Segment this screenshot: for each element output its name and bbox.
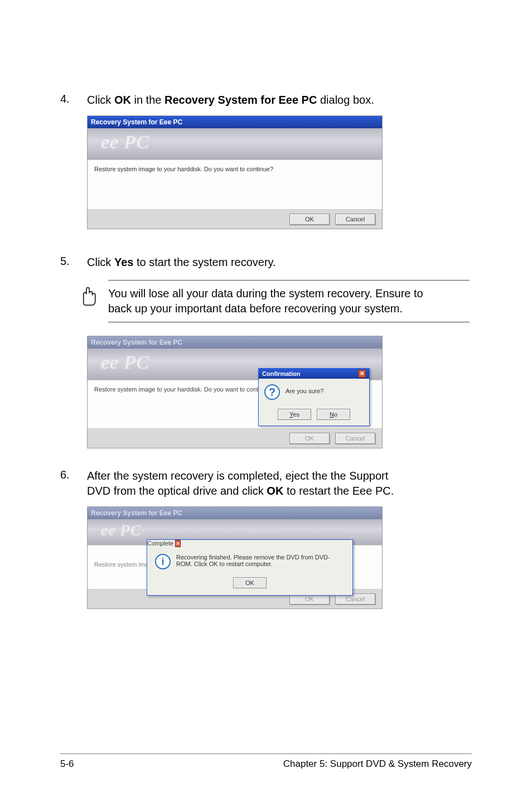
banner-logo: ee PC <box>101 352 149 373</box>
dialog-body-text: Restore system image to your harddisk. D… <box>94 166 273 172</box>
modal-message: Are you sure? <box>286 384 323 394</box>
modal-titlebar: Confirmation ✕ <box>259 369 369 379</box>
text-frag: in the <box>131 94 165 106</box>
dialog-title: Recovery System for Eee PC <box>91 118 182 126</box>
page-number: 5-6 <box>60 758 74 770</box>
modal-button-row: OK <box>147 574 352 595</box>
dialog-body: Restore system image to your harddisk. D… <box>88 160 382 210</box>
info-icon: i <box>155 554 171 569</box>
mnemonic: N <box>330 411 334 418</box>
step-number: 5. <box>60 255 87 268</box>
dialog-titlebar: Recovery System for Eee PC <box>88 116 382 128</box>
text-frag: to start the system recovery. <box>133 256 275 268</box>
modal-body: i Recovering finished. Please remove the… <box>147 547 352 574</box>
text-frag: Click <box>87 94 114 106</box>
modal-title: Complete <box>147 540 173 547</box>
step-4: 4. Click OK in the Recovery System for E… <box>60 93 472 108</box>
dialog-title: Recovery System for Eee PC <box>91 509 182 517</box>
modal-message: Recovering finished. Please remove the D… <box>176 554 345 567</box>
btn-rest: o <box>334 411 337 418</box>
ok-button[interactable]: OK <box>289 214 330 225</box>
note-line: back up your important data before recov… <box>108 302 403 315</box>
ok-button[interactable]: OK <box>233 577 267 588</box>
question-icon: ? <box>264 384 280 400</box>
modal-titlebar: Complete ✕ <box>147 540 352 547</box>
btn-rest: es <box>293 411 299 418</box>
dialog-titlebar-inactive: Recovery System for Eee PC <box>88 507 382 519</box>
screenshot-recovery-dialog-1: Recovery System for Eee PC ee PC Restore… <box>87 115 383 229</box>
text-frag: DVD from the optical drive and click <box>87 485 267 497</box>
dialog-banner: ee PC <box>88 128 382 160</box>
modal-title: Confirmation <box>262 370 300 377</box>
step-text: After the system recovery is completed, … <box>87 468 472 499</box>
ok-button[interactable]: OK <box>289 433 330 444</box>
step-text: Click OK in the Recovery System for Eee … <box>87 93 472 108</box>
text-bold: OK <box>267 485 283 497</box>
banner-logo: ee PC <box>101 132 149 153</box>
modal-button-row: Yes No <box>259 405 369 426</box>
modal-body: ? Are you sure? <box>259 379 369 405</box>
dialog-button-row: OK Cancel <box>88 429 382 448</box>
step-6: 6. After the system recovery is complete… <box>60 468 472 499</box>
step-number: 4. <box>60 93 87 105</box>
text-bold: Recovery System for Eee PC <box>165 94 317 106</box>
screenshot-recovery-dialog-2: Recovery System for Eee PC ee PC Restore… <box>87 336 383 448</box>
step-5: 5. Click Yes to start the system recover… <box>60 255 472 270</box>
note-line: You will lose all your data during the s… <box>108 287 423 299</box>
cancel-button[interactable]: Cancel <box>335 433 375 444</box>
dialog-body-text: Restore system image to your harddisk. D… <box>94 384 273 393</box>
text-frag: Click <box>87 256 114 268</box>
text-frag: to restart the Eee PC. <box>283 485 394 497</box>
step-number: 6. <box>60 468 87 481</box>
dialog-body: Restore system image to your harddisk. D… <box>88 380 382 429</box>
confirmation-dialog: Confirmation ✕ ? Are you sure? Yes No <box>258 368 370 426</box>
text-frag: After the system recovery is completed, … <box>87 470 388 482</box>
cancel-button[interactable]: Cancel <box>335 214 375 225</box>
text-bold: Yes <box>114 256 133 268</box>
dialog-title: Recovery System for Eee PC <box>91 339 182 346</box>
text-bold: OK <box>114 94 131 106</box>
text-frag: dialog box. <box>317 94 374 106</box>
note-block: You will lose all your data during the s… <box>75 280 470 322</box>
hand-icon <box>75 282 98 306</box>
close-icon[interactable]: ✕ <box>358 370 366 378</box>
dialog-titlebar-inactive: Recovery System for Eee PC <box>88 336 382 349</box>
chapter-title: Chapter 5: Support DVD & System Recovery <box>283 758 472 770</box>
no-button[interactable]: No <box>317 409 350 420</box>
close-icon[interactable]: ✕ <box>175 540 181 547</box>
banner-logo: ee PC <box>101 521 142 539</box>
dialog-button-row: OK Cancel <box>88 210 382 229</box>
note-text: You will lose all your data during the s… <box>108 280 470 322</box>
screenshot-recovery-dialog-3: Recovery System for Eee PC ee PC Restore… <box>87 506 383 609</box>
yes-button[interactable]: Yes <box>278 409 311 420</box>
complete-dialog: Complete ✕ i Recovering finished. Please… <box>147 539 353 596</box>
page-footer: 5-6 Chapter 5: Support DVD & System Reco… <box>60 753 472 770</box>
step-text: Click Yes to start the system recovery. <box>87 255 472 270</box>
